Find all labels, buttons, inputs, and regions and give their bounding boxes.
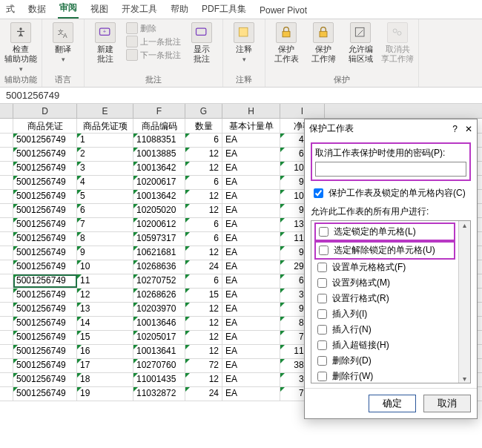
cell[interactable]: EA <box>222 204 280 217</box>
cell[interactable]: 12 <box>185 345 222 358</box>
cell[interactable]: 18 <box>77 373 133 386</box>
cell[interactable]: 5001256749 <box>13 331 77 344</box>
cell[interactable]: EA <box>222 218 280 231</box>
permission-option[interactable]: 插入超链接(H) <box>314 337 455 353</box>
cell[interactable]: EA <box>222 373 280 386</box>
permission-option[interactable]: 选定锁定的单元格(L) <box>314 223 455 241</box>
scrollbar[interactable] <box>458 221 470 383</box>
cell[interactable]: EA <box>222 134 280 147</box>
notes-button[interactable]: 注释 ▾ <box>228 22 260 63</box>
permission-option[interactable]: 插入列(I) <box>314 306 455 322</box>
new-comment-button[interactable]: + 新建批注 <box>89 22 122 64</box>
cell[interactable]: 9 <box>77 246 133 260</box>
cell[interactable]: 6 <box>185 218 222 231</box>
password-input[interactable] <box>315 162 466 177</box>
cell[interactable]: EA <box>222 176 280 189</box>
cell[interactable]: 13 <box>77 303 133 316</box>
cell[interactable]: 12 <box>185 162 222 175</box>
permission-option[interactable]: 设置列格式(M) <box>314 275 455 291</box>
formula-bar[interactable]: 5001256749 <box>0 88 482 104</box>
cell[interactable]: 12 <box>185 331 222 344</box>
help-icon[interactable]: ? <box>452 124 458 134</box>
cell[interactable]: 6 <box>185 134 222 147</box>
show-comments-button[interactable]: 显示批注 <box>185 22 218 64</box>
cell[interactable]: 6 <box>185 274 222 288</box>
permission-checkbox[interactable] <box>317 263 327 272</box>
cell[interactable]: 10013642 <box>133 190 185 203</box>
permission-option[interactable]: 删除行(W) <box>314 369 455 383</box>
cell[interactable]: 5001256749 <box>13 218 77 231</box>
cell[interactable]: EA <box>222 148 280 161</box>
cell[interactable]: 5001256749 <box>13 148 77 161</box>
permission-checkbox[interactable] <box>317 356 327 366</box>
cell[interactable]: 10013885 <box>133 148 185 161</box>
cell[interactable]: EA <box>222 331 280 344</box>
cell[interactable]: 10013646 <box>133 317 185 330</box>
tab-1[interactable]: 数据 <box>27 0 47 19</box>
tab-3[interactable]: 视图 <box>89 0 110 19</box>
cell[interactable]: 8 <box>77 232 133 246</box>
cell[interactable]: 12 <box>185 246 222 260</box>
cell[interactable]: 5001256749 <box>13 246 77 260</box>
cell[interactable]: EA <box>222 260 280 274</box>
cell[interactable]: 5001256749 <box>13 373 77 386</box>
cell[interactable]: 5001256749 <box>13 387 77 401</box>
cell[interactable]: EA <box>222 246 280 260</box>
cell[interactable]: EA <box>222 359 280 372</box>
permission-checkbox[interactable] <box>317 309 327 319</box>
check-accessibility-button[interactable]: 检查辅助功能 ▾ <box>4 22 37 73</box>
cell[interactable]: 14 <box>77 317 133 330</box>
cell[interactable]: 72 <box>185 359 222 372</box>
cell[interactable]: 10205017 <box>133 331 185 344</box>
cell[interactable]: 11032872 <box>133 387 185 401</box>
cell[interactable]: 17 <box>77 359 133 372</box>
cell[interactable]: 10270760 <box>133 359 185 372</box>
cell[interactable]: EA <box>222 190 280 203</box>
cell[interactable]: EA <box>222 289 280 302</box>
column-header[interactable]: E <box>77 104 133 118</box>
cell[interactable]: 5001256749 <box>13 176 77 189</box>
cell[interactable]: 10013642 <box>133 162 185 175</box>
cell[interactable]: 10 <box>77 260 133 274</box>
cell[interactable]: 15 <box>77 331 133 344</box>
ok-button[interactable]: 确定 <box>369 395 416 412</box>
header-cell[interactable]: 商品凭证项 <box>77 119 133 133</box>
cell[interactable]: 5001256749 <box>13 303 77 316</box>
header-cell[interactable]: 商品凭证 <box>13 119 77 133</box>
cell[interactable]: 12 <box>185 190 222 203</box>
cell[interactable]: 6 <box>185 232 222 246</box>
cell[interactable]: 12 <box>185 303 222 316</box>
cell[interactable]: EA <box>222 232 280 246</box>
cell[interactable]: 5001256749 <box>13 190 77 203</box>
cell[interactable]: 10270752 <box>133 274 185 288</box>
cell[interactable]: 11 <box>77 274 133 288</box>
tab-7[interactable]: Power Pivot <box>258 2 308 19</box>
cell[interactable]: 5001256749 <box>13 134 77 147</box>
cancel-button[interactable]: 取消 <box>423 395 471 412</box>
cell[interactable]: EA <box>222 303 280 316</box>
cell[interactable]: 15 <box>185 289 222 302</box>
cell[interactable]: 16 <box>77 345 133 358</box>
cell[interactable]: EA <box>222 345 280 358</box>
cell[interactable]: 5001256749 <box>13 289 77 302</box>
column-header[interactable]: I <box>280 104 325 118</box>
protect-workbook-button[interactable]: 保护工作簿 <box>307 22 340 64</box>
unshare-workbook-button[interactable]: 取消共享工作簿 <box>381 22 414 64</box>
cell[interactable]: 12 <box>185 148 222 161</box>
tab-5[interactable]: 帮助 <box>169 0 190 19</box>
cell[interactable]: EA <box>222 162 280 175</box>
cell[interactable]: 10597317 <box>133 232 185 246</box>
cell[interactable]: 12 <box>185 317 222 330</box>
column-header[interactable]: G <box>185 104 222 118</box>
cell[interactable]: 5001256749 <box>13 345 77 358</box>
cell[interactable]: 19 <box>77 387 133 401</box>
cell[interactable]: 10200612 <box>133 218 185 231</box>
protect-contents-row[interactable]: 保护工作表及锁定的单元格内容(C) <box>311 185 471 201</box>
cell[interactable]: 11001435 <box>133 373 185 386</box>
cell[interactable]: 4 <box>77 176 133 189</box>
permission-option[interactable]: 插入行(N) <box>314 322 455 337</box>
cell[interactable]: 5001256749 <box>13 317 77 330</box>
column-header[interactable]: H <box>222 104 280 118</box>
permission-checkbox[interactable] <box>317 372 327 381</box>
tab-0[interactable]: 式 <box>4 0 16 19</box>
